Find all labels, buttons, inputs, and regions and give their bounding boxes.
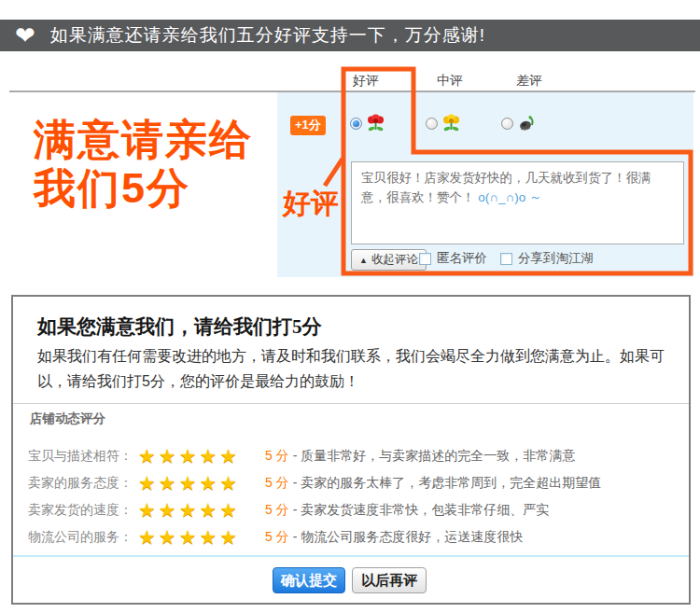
anonymous-label: 匿名评价 — [437, 250, 487, 267]
rating-score: 5 分 — [265, 502, 289, 519]
heart-icon: ❤ — [15, 23, 35, 48]
rating-label: 物流公司的服务： — [13, 529, 133, 546]
rating-row-item-match: 宝贝与描述相符： ★★★★★ 5 分 - 质量非常好，与卖家描述的完全一致，非常… — [13, 442, 689, 469]
rating-label: 卖家的服务态度： — [13, 475, 133, 492]
triangle-up-icon: ▲ — [359, 256, 368, 265]
thanks-banner-text: 如果满意还请亲给我们五分好评支持一下，万分感谢! — [50, 23, 485, 48]
collapse-comment-label: 收起评论 — [371, 252, 418, 268]
star-rating[interactable]: ★★★★★ — [138, 500, 252, 520]
anonymous-review-option[interactable]: 匿名评价 — [419, 250, 487, 267]
thanks-banner: ❤ 如果满意还请亲给我们五分好评支持一下，万分感谢! — [0, 20, 700, 51]
card-body-text: 如果我们有任何需要改进的地方，请及时和我们联系，我们会竭尽全力做到您满意为止。如… — [37, 343, 676, 394]
star-rating[interactable]: ★★★★★ — [138, 527, 252, 547]
radio-good-rating[interactable] — [350, 118, 362, 130]
rating-rows: 宝贝与描述相符： ★★★★★ 5 分 - 质量非常好，与卖家描述的完全一致，非常… — [13, 442, 689, 550]
rating-score: 5 分 — [265, 448, 289, 465]
rating-desc: - 卖家的服务太棒了，考虑非常周到，完全超出期望值 — [293, 475, 602, 492]
section-title: 店铺动态评分 — [30, 411, 105, 427]
plus-one-point-badge: +1分 — [290, 116, 326, 135]
good-rating-callout: 好评 — [283, 185, 339, 223]
rating-row-service: 卖家的服务态度： ★★★★★ 5 分 - 卖家的服务太棒了，考虑非常周到，完全超… — [13, 469, 689, 496]
promo-headline: 满意请亲给 我们5分 — [34, 116, 253, 213]
rating-desc: - 卖家发货速度非常快，包装非常仔细、严实 — [293, 502, 550, 519]
card-title: 如果您满意我们，请给我们打5分 — [37, 313, 322, 340]
rating-score: 5 分 — [265, 475, 289, 492]
page: ❤ 如果满意还请亲给我们五分好评支持一下，万分感谢! 好评 中评 差评 满意请亲… — [0, 0, 700, 613]
radio-bad-rating[interactable] — [501, 118, 513, 130]
review-textarea[interactable]: 宝贝很好！店家发货好快的，几天就收到货了！很满意，很喜欢！赞个！ o(∩_∩)o… — [351, 161, 684, 244]
tab-medium-rating[interactable]: 中评 — [437, 73, 463, 90]
rating-row-logistics: 物流公司的服务： ★★★★★ 5 分 - 物流公司服务态度很好，运送速度很快 — [13, 523, 689, 550]
rating-desc: - 物流公司服务态度很好，运送速度很快 — [293, 529, 524, 546]
rating-label: 卖家发货的速度： — [13, 502, 133, 519]
share-option[interactable]: 分享到淘江湖 — [500, 250, 594, 267]
option-bad-rating[interactable] — [501, 114, 537, 132]
collapse-comment-button[interactable]: ▲ 收起评论 — [351, 249, 427, 271]
rating-score: 5 分 — [265, 529, 289, 546]
feedback-card: 如果您满意我们，请给我们打5分 如果我们有任何需要改进的地方，请及时和我们联系，… — [11, 295, 691, 605]
rating-label: 宝贝与描述相符： — [13, 448, 133, 465]
radio-medium-rating[interactable] — [426, 118, 438, 130]
red-flower-icon — [367, 114, 385, 132]
share-label: 分享到淘江湖 — [518, 250, 594, 267]
tab-good-rating[interactable]: 好评 — [353, 73, 379, 90]
rating-desc: - 质量非常好，与卖家描述的完全一致，非常满意 — [293, 448, 576, 465]
review-emoticon: o(∩_∩)o ～ — [478, 190, 541, 204]
section-divider — [13, 403, 689, 404]
footer-divider — [13, 555, 689, 557]
submit-button[interactable]: 确认提交 — [273, 567, 345, 593]
yellow-flower-icon — [442, 114, 460, 132]
star-rating[interactable]: ★★★★★ — [138, 473, 252, 493]
share-checkbox[interactable] — [500, 253, 512, 265]
tab-bad-rating[interactable]: 差评 — [516, 73, 542, 90]
star-rating[interactable]: ★★★★★ — [138, 446, 252, 466]
option-good-rating[interactable] — [350, 114, 385, 132]
anonymous-checkbox[interactable] — [419, 253, 431, 265]
option-medium-rating[interactable] — [426, 114, 460, 132]
rate-later-button[interactable]: 以后再评 — [352, 567, 427, 593]
rating-row-shipping: 卖家发货的速度： ★★★★★ 5 分 - 卖家发货速度非常快，包装非常仔细、严实 — [13, 496, 689, 523]
wilted-flower-icon — [518, 114, 537, 132]
